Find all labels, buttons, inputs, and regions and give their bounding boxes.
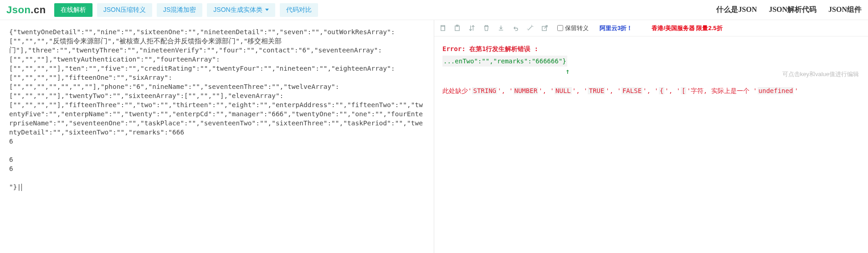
error-detail: 此处缺少'STRING', 'NUMBER', 'NULL', 'TRUE', … bbox=[442, 86, 860, 96]
code-diff-button[interactable]: 代码对比 bbox=[280, 3, 318, 17]
expected-token: { bbox=[659, 87, 664, 94]
nav-left: 在线解析 JSON压缩转义 JS混淆加密 JSON生成实体类 代码对比 bbox=[54, 3, 318, 17]
promo-aliyun[interactable]: 阿里云3折！ bbox=[600, 24, 632, 32]
token-actual: undefined bbox=[758, 87, 794, 94]
edit-hint: 可点击key和value值进行编辑 bbox=[782, 69, 859, 79]
logo-accent: Json bbox=[6, 4, 31, 15]
nav-link-components[interactable]: JSON组件 bbox=[828, 5, 862, 15]
external-icon[interactable] bbox=[541, 25, 548, 32]
js-obfuscate-button[interactable]: JS混淆加密 bbox=[157, 3, 202, 17]
copy-icon[interactable] bbox=[439, 25, 446, 32]
chevron-down-icon bbox=[265, 9, 269, 11]
error-title: Error: 在第1行发生解析错误 : bbox=[442, 44, 860, 54]
sort-icon[interactable] bbox=[468, 25, 475, 32]
preserve-escape-input[interactable] bbox=[557, 25, 563, 31]
undo-icon[interactable] bbox=[512, 25, 519, 32]
expected-token: NUMBER bbox=[514, 87, 539, 94]
nav-right: 什么是JSON JSON解析代码 JSON组件 bbox=[716, 5, 862, 15]
input-pane[interactable]: {"twentyOneDetail":"","nine":"","sixteen… bbox=[0, 20, 434, 253]
expected-token: NULL bbox=[555, 87, 572, 94]
expected-token: TRUE bbox=[588, 87, 605, 94]
json-to-entity-dropdown[interactable]: JSON生成实体类 bbox=[207, 3, 275, 17]
expected-token: STRING bbox=[472, 87, 497, 94]
arrow-up-icon: ↑ bbox=[565, 67, 570, 77]
top-bar: Json.cn 在线解析 JSON压缩转义 JS混淆加密 JSON生成实体类 代… bbox=[0, 0, 868, 20]
expected-token: [ bbox=[681, 87, 686, 94]
error-snippet: ...enTwo":"","remarks":"666666"} bbox=[442, 56, 567, 67]
expected-token: FALSE bbox=[621, 87, 642, 94]
preserve-escape-label: 保留转义 bbox=[565, 24, 589, 32]
download-icon[interactable] bbox=[497, 25, 504, 32]
missing-prefix: 此处缺少' bbox=[442, 87, 472, 94]
missing-suffix: '字符, 实际上是一个 ' bbox=[687, 87, 757, 94]
promo-server[interactable]: 香港/美国服务器 限量2.5折 bbox=[652, 24, 722, 32]
preserve-escape-checkbox[interactable]: 保留转义 bbox=[557, 24, 589, 32]
online-parse-button[interactable]: 在线解析 bbox=[54, 3, 92, 17]
logo-rest: .cn bbox=[31, 4, 46, 15]
json-compress-button[interactable]: JSON压缩转义 bbox=[97, 3, 152, 17]
nav-link-parse-code[interactable]: JSON解析代码 bbox=[769, 5, 817, 15]
svg-rect-0 bbox=[441, 26, 444, 31]
workspace: {"twentyOneDetail":"","nine":"","sixteen… bbox=[0, 20, 868, 253]
text-cursor bbox=[21, 184, 22, 191]
nav-link-what-is-json[interactable]: 什么是JSON bbox=[716, 5, 757, 15]
result-area: 可点击key和value值进行编辑 Error: 在第1行发生解析错误 : ..… bbox=[434, 36, 868, 96]
paste-icon[interactable] bbox=[453, 25, 461, 32]
output-toolbar: 保留转义 阿里云3折！ 香港/美国服务器 限量2.5折 bbox=[434, 20, 868, 36]
input-text: {"twentyOneDetail":"","nine":"","sixteen… bbox=[9, 28, 423, 191]
wand-icon[interactable] bbox=[526, 25, 534, 32]
json-to-entity-label: JSON生成实体类 bbox=[213, 6, 262, 14]
trash-icon[interactable] bbox=[483, 25, 490, 32]
error-tail: ' bbox=[794, 87, 798, 94]
logo[interactable]: Json.cn bbox=[6, 4, 46, 16]
output-pane: 保留转义 阿里云3折！ 香港/美国服务器 限量2.5折 可点击key和value… bbox=[434, 20, 868, 253]
